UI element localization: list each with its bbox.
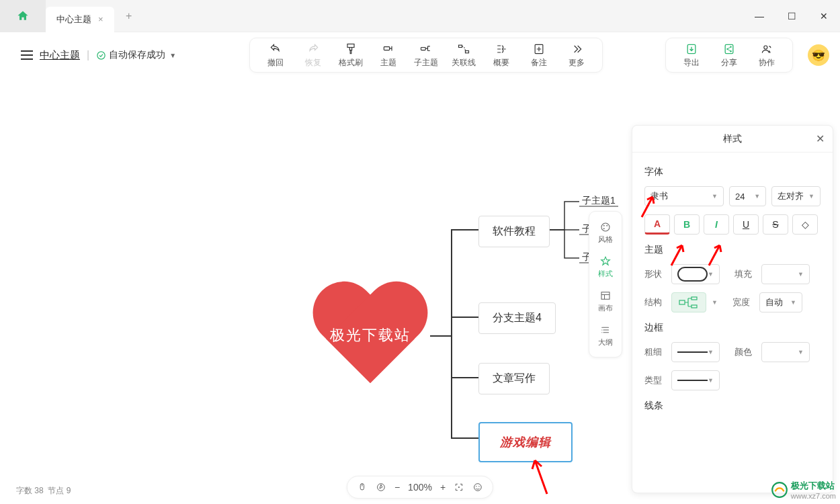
- add-tab-button[interactable]: +: [121, 8, 137, 24]
- more-icon: [570, 42, 583, 56]
- italic-button[interactable]: I: [704, 214, 729, 235]
- fit-icon: [454, 482, 464, 493]
- svg-rect-4: [458, 45, 462, 47]
- format-painter-button[interactable]: 格式刷: [332, 42, 370, 69]
- mouse-icon: [357, 482, 368, 493]
- svg-point-30: [474, 484, 482, 491]
- minimize-button[interactable]: —: [743, 0, 775, 32]
- svg-point-18: [606, 225, 607, 226]
- style-tab[interactable]: 样式: [592, 251, 619, 283]
- structure-select[interactable]: [671, 292, 706, 312]
- close-window-button[interactable]: ✕: [808, 0, 840, 32]
- zoom-in-button[interactable]: +: [440, 482, 446, 493]
- close-tab-icon[interactable]: ×: [98, 14, 103, 24]
- home-tab[interactable]: [0, 0, 46, 32]
- bold-button[interactable]: B: [674, 214, 700, 235]
- structure-icon: [678, 296, 700, 309]
- check-circle-icon: [96, 50, 106, 60]
- maximize-button[interactable]: ☐: [775, 0, 808, 32]
- line-swatch-icon: [677, 380, 708, 381]
- undo-button[interactable]: 撤回: [257, 42, 294, 69]
- branch-node[interactable]: 分支主题4: [478, 302, 556, 334]
- width-select[interactable]: 自动▼: [759, 292, 802, 312]
- brush-icon: [344, 42, 358, 56]
- chevron-down-icon: ▼: [798, 349, 804, 355]
- branch-node[interactable]: 软件教程: [478, 216, 550, 247]
- svg-point-33: [772, 482, 787, 497]
- section-font-title: 字体: [644, 166, 821, 178]
- svg-point-31: [476, 486, 476, 487]
- export-icon: [685, 42, 698, 56]
- svg-point-19: [603, 228, 605, 229]
- svg-rect-23: [679, 300, 685, 304]
- zoom-level[interactable]: 100%: [408, 482, 432, 493]
- fill-select[interactable]: ▼: [761, 264, 810, 284]
- mouse-mode-button[interactable]: [357, 482, 368, 493]
- export-button[interactable]: 导出: [673, 42, 710, 69]
- palette-icon: [599, 221, 612, 233]
- format-row: A B I U S ◇: [644, 214, 821, 235]
- zoom-out-button[interactable]: −: [394, 482, 400, 493]
- style-theme-tab[interactable]: 风格: [592, 217, 619, 249]
- svg-rect-24: [691, 297, 697, 300]
- compass-icon: [376, 482, 386, 493]
- center-node-label: 极光下载站: [308, 325, 433, 345]
- border-color-select[interactable]: ▼: [761, 342, 810, 362]
- navigate-button[interactable]: [376, 482, 386, 493]
- canvas-tab[interactable]: 画布: [592, 286, 619, 317]
- shape-select[interactable]: ▼: [671, 264, 720, 284]
- font-family-select[interactable]: 隶书▼: [644, 186, 724, 206]
- share-button[interactable]: 分享: [710, 42, 748, 69]
- more-view-button[interactable]: [472, 482, 483, 493]
- branch-node[interactable]: 文章写作: [478, 363, 550, 394]
- center-node[interactable]: 极光下载站: [308, 284, 433, 398]
- word-count: 字数 38 节点 9: [16, 485, 71, 497]
- svg-rect-2: [384, 46, 389, 50]
- section-line-title: 线条: [644, 400, 821, 412]
- document-name-area: 中心主题 | 自动保存成功 ▼: [11, 38, 186, 73]
- title-bar: 中心主题 × + — ☐ ✕: [0, 0, 840, 32]
- strikethrough-button[interactable]: S: [763, 214, 788, 235]
- document-tab[interactable]: 中心主题 ×: [46, 7, 114, 32]
- side-panel: 风格 样式 画布 大纲: [589, 211, 622, 358]
- subtopic-button[interactable]: 子主题: [407, 42, 445, 69]
- chevron-down-icon: ▼: [790, 299, 796, 306]
- home-icon: [16, 9, 30, 23]
- svg-rect-1: [347, 44, 354, 47]
- topic-button[interactable]: 主题: [370, 42, 407, 69]
- collab-button[interactable]: 协作: [748, 42, 786, 69]
- menu-icon[interactable]: [21, 50, 33, 60]
- relation-button[interactable]: 关联线: [445, 42, 482, 69]
- branch-node-selected[interactable]: 游戏编辑: [478, 422, 573, 462]
- close-panel-icon[interactable]: ✕: [816, 132, 825, 145]
- border-type-row: 类型 ▼: [644, 370, 821, 390]
- list-icon: [599, 324, 612, 336]
- text-align-select[interactable]: 左对齐▼: [771, 186, 821, 206]
- note-button[interactable]: 备注: [520, 42, 558, 69]
- underline-button[interactable]: U: [733, 214, 759, 235]
- border-type-select[interactable]: ▼: [671, 370, 720, 390]
- clear-format-button[interactable]: ◇: [792, 214, 818, 235]
- fit-button[interactable]: [454, 482, 464, 493]
- border-weight-select[interactable]: ▼: [671, 342, 720, 362]
- chevron-down-icon: ▼: [708, 349, 714, 355]
- smile-icon: [472, 482, 483, 493]
- chevron-down-icon: ▼: [712, 193, 718, 200]
- redo-icon: [306, 42, 320, 56]
- svg-point-32: [478, 486, 479, 487]
- font-size-select[interactable]: 24▼: [729, 186, 766, 206]
- outline-tab[interactable]: 大纲: [592, 320, 619, 351]
- redo-button[interactable]: 恢复: [294, 42, 332, 69]
- more-button[interactable]: 更多: [558, 42, 595, 69]
- summary-button[interactable]: 概要: [482, 42, 520, 69]
- tab-label: 中心主题: [56, 13, 91, 26]
- users-icon: [760, 42, 773, 56]
- svg-point-29: [458, 487, 460, 488]
- font-color-button[interactable]: A: [644, 214, 670, 235]
- user-avatar[interactable]: 😎: [808, 44, 829, 66]
- chevron-down-icon: ▼: [798, 271, 804, 278]
- sub-node[interactable]: 子主题1: [582, 195, 616, 207]
- chevron-down-icon: ▼: [712, 299, 718, 306]
- save-status[interactable]: 自动保存成功 ▼: [96, 49, 176, 61]
- document-name[interactable]: 中心主题: [40, 49, 80, 62]
